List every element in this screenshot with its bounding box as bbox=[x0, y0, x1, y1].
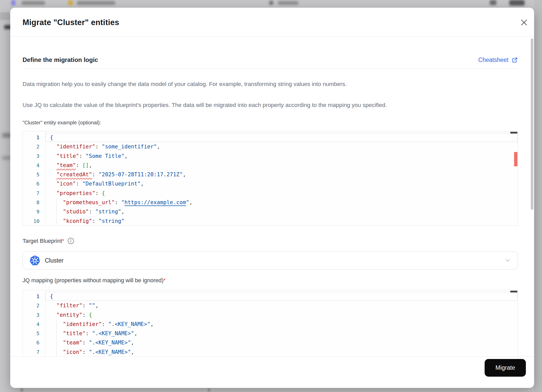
code-line[interactable]: 9 "studio": "string", bbox=[23, 207, 518, 216]
chevron-down-icon bbox=[504, 257, 511, 264]
code-line[interactable]: 5 "title": ".<KEY_NAME>", bbox=[23, 329, 518, 338]
target-blueprint-label: Target Blueprint* bbox=[23, 238, 64, 244]
target-blueprint-label-row: Target Blueprint* bbox=[23, 237, 74, 244]
jq-mapping-label: JQ mapping (properties without mapping w… bbox=[23, 277, 166, 284]
code-line[interactable]: 2 "filter": "", bbox=[23, 301, 518, 310]
background-bottom-smudge bbox=[208, 388, 210, 392]
intro-paragraph-2: Use JQ to calculate the value of the blu… bbox=[23, 101, 512, 109]
info-icon[interactable] bbox=[67, 237, 74, 244]
background-search-text bbox=[278, 1, 298, 5]
background-nav-text bbox=[77, 1, 115, 5]
migrate-entities-dialog: Migrate "Cluster" entities Define the mi… bbox=[10, 8, 534, 388]
code-line[interactable]: 1{ bbox=[23, 133, 518, 142]
dialog-footer: Migrate bbox=[10, 356, 534, 388]
page-title: Migrate "Cluster" entities bbox=[23, 18, 119, 27]
code-lines: 1{2 "identifier": "some_identifier",3 "t… bbox=[23, 131, 518, 226]
blueprint-select[interactable]: Cluster bbox=[23, 252, 518, 269]
code-line[interactable]: 2 "identifier": "some_identifier", bbox=[23, 142, 518, 151]
background-search-icon bbox=[269, 1, 274, 5]
code-line[interactable]: 6 "team": ".<KEY_NAME>", bbox=[23, 338, 518, 347]
code-line[interactable]: 10 "kconfig": "string" bbox=[23, 216, 518, 226]
kubernetes-icon bbox=[29, 255, 40, 266]
dialog-header: Migrate "Cluster" entities bbox=[10, 8, 534, 37]
blueprint-select-value: Cluster bbox=[45, 257, 64, 264]
code-line[interactable]: 8 "prometheus_url": "https://example.com… bbox=[23, 198, 518, 207]
cheatsheet-link-label: Cheatsheet bbox=[478, 57, 508, 63]
code-line[interactable]: 4 "team": [], bbox=[23, 161, 518, 170]
required-asterisk: * bbox=[163, 277, 166, 284]
editor-cursor-marker bbox=[510, 291, 517, 292]
editor-error-marker bbox=[514, 152, 517, 166]
indent-guide bbox=[56, 197, 57, 225]
code-line[interactable]: 7 "icon": ".<KEY_NAME>", bbox=[23, 347, 518, 356]
code-line[interactable]: 1{ bbox=[23, 292, 518, 301]
background-page-edge bbox=[534, 0, 542, 392]
migrate-button[interactable]: Migrate bbox=[485, 359, 526, 377]
background-toolbar-icon bbox=[490, 0, 496, 5]
code-line[interactable]: 3 "entity": { bbox=[23, 310, 518, 320]
code-line[interactable]: 6 "icon": "DefaultBlueprint", bbox=[23, 179, 518, 188]
background-bottom-smudge bbox=[20, 388, 23, 392]
background-nav-text bbox=[22, 1, 45, 5]
entity-example-label: "Cluster" entity example (optional): bbox=[23, 120, 101, 126]
section-heading-row: Define the migration logic Cheatsheet bbox=[23, 56, 518, 63]
section-divider bbox=[23, 68, 518, 69]
close-icon bbox=[520, 18, 528, 27]
code-editor-jq-mapping[interactable]: 1{2 "filter": "",3 "entity": {4 "identif… bbox=[23, 290, 518, 356]
external-link-icon bbox=[512, 57, 518, 63]
code-lines: 1{2 "filter": "",3 "entity": {4 "identif… bbox=[23, 290, 518, 356]
background-toolbar-icon bbox=[509, 0, 525, 6]
indent-guide bbox=[56, 320, 57, 356]
editor-cursor-marker bbox=[510, 132, 517, 134]
code-line[interactable]: 4 "identifier": ".<KEY_NAME>", bbox=[23, 320, 518, 329]
close-button[interactable] bbox=[520, 18, 528, 27]
dialog-scrollbar-thumb[interactable] bbox=[531, 38, 533, 210]
background-app-icon bbox=[11, 0, 15, 6]
code-editor-entity-example[interactable]: 1{2 "identifier": "some_identifier",3 "t… bbox=[23, 131, 518, 226]
section-heading: Define the migration logic bbox=[23, 56, 98, 63]
background-sidebar-tab bbox=[0, 12, 10, 20]
code-line[interactable]: 7 "properties": { bbox=[23, 189, 518, 198]
required-asterisk: * bbox=[62, 238, 64, 244]
intro-paragraph-1: Data migration help you to easily change… bbox=[23, 80, 512, 88]
code-line[interactable]: 3 "title": "Some Title", bbox=[23, 151, 518, 161]
background-folder-icon bbox=[68, 1, 73, 5]
cheatsheet-link[interactable]: Cheatsheet bbox=[478, 57, 518, 63]
code-line[interactable]: 5 "createdAt": "2025-07-28T11:20:17.271Z… bbox=[23, 170, 518, 179]
